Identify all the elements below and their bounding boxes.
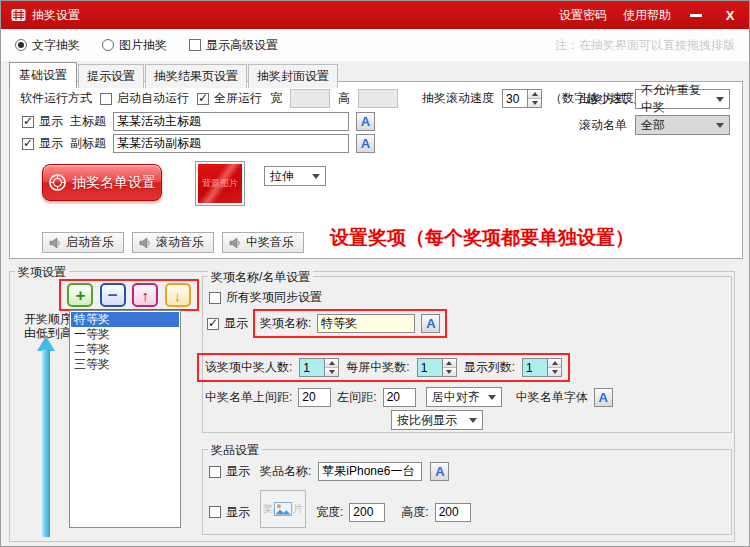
align-select[interactable]: 居中对齐 [426,387,502,407]
winner-list-font-button[interactable]: A [594,388,613,407]
checkbox-checked-icon[interactable] [207,318,219,330]
top-margin-input[interactable] [298,388,331,407]
checkbox-icon[interactable] [100,93,112,105]
show-prize-name-checkbox[interactable]: 显示 [207,315,248,332]
ratio-display-select[interactable]: 按比例显示 [391,410,483,430]
add-prize-button[interactable]: + [67,283,93,307]
sub-title-input[interactable] [113,134,349,153]
lottery-list-settings-button[interactable]: 抽奖名单设置 [42,164,162,201]
scroll-music-button[interactable]: 滚动音乐 [132,232,214,253]
per-screen-input[interactable] [418,359,442,376]
scroll-list-value: 全部 [641,117,665,134]
show-item-image-checkbox[interactable]: 显示 [209,504,250,521]
checkbox-checked-icon[interactable] [22,138,34,150]
winning-music-button[interactable]: 中奖音乐 [222,232,304,253]
tab-result-page-settings[interactable]: 抽奖结果页设置 [145,64,247,88]
prize-list-item[interactable]: 三等奖 [71,357,179,372]
spinner-arrows-icon[interactable] [547,359,561,376]
startup-music-button[interactable]: 启动音乐 [42,232,124,253]
item-image-button[interactable]: 奖品图片 [260,490,306,528]
sub-title-font-button[interactable]: A [356,134,375,153]
winners-count-input[interactable] [300,359,324,376]
tab-cover-settings[interactable]: 抽奖封面设置 [248,64,338,88]
startup-music-label: 启动音乐 [66,234,114,251]
close-button[interactable]: X [721,8,739,23]
draw-order-line1: 开奖顺序 [20,312,76,326]
item-width-input[interactable] [349,503,385,522]
lottery-list-settings-label: 抽奖名单设置 [72,174,156,192]
tab-basic-settings[interactable]: 基础设置 [9,62,77,88]
prize-name-label: 奖项名称: [260,315,311,332]
move-down-button[interactable]: ↓ [165,283,191,307]
scroll-list-select[interactable]: 全部 [635,115,730,135]
fullscreen-checkbox[interactable]: 全屏运行 [197,90,262,107]
set-password-button[interactable]: 设置密码 [559,7,607,24]
help-button[interactable]: 使用帮助 [623,7,671,24]
item-name-font-button[interactable]: A [430,462,449,481]
title-bar-actions: 设置密码 使用帮助 X [559,7,739,24]
tab-prompt-settings[interactable]: 提示设置 [78,64,144,88]
align-value: 居中对齐 [432,389,480,406]
checkbox-checked-icon[interactable] [197,93,209,105]
radio-selected-icon[interactable] [15,39,27,51]
text-lottery-label: 文字抽奖 [32,37,80,54]
item-height-input[interactable] [435,503,471,522]
prize-mode-select[interactable]: 不允许重复中奖 [635,89,730,109]
columns-spinner[interactable] [522,358,562,377]
app-logo-icon [11,8,26,22]
spinner-arrows-icon[interactable] [442,359,456,376]
winners-count-spinner[interactable] [299,358,339,377]
show-main-title-checkbox[interactable]: 显示 [22,113,63,130]
sub-title-label: 副标题 [70,135,106,152]
sync-settings-row: 所有奖项同步设置 [209,289,322,306]
scroll-speed-spinner[interactable] [502,89,542,108]
checkbox-icon[interactable] [209,466,221,478]
prize-mode-row: 出奖方式 不允许重复中奖 [579,89,730,109]
item-name-input[interactable] [318,462,422,481]
mode-toolbar: 文字抽奖 图片抽奖 显示高级设置 注：在抽奖界面可以直接拖拽排版 [1,29,749,61]
checkbox-checked-icon[interactable] [22,116,34,128]
prize-name-highlight-box: 奖项名称: A [253,309,447,338]
prize-list-item[interactable]: 二等奖 [71,342,179,357]
winner-counts-highlight-box: 该奖项中奖人数: 每屏中奖数: 显示列数: [197,353,570,382]
minimize-button[interactable] [687,14,705,17]
scroll-speed-input[interactable] [503,90,527,107]
prize-list-item[interactable]: 一等奖 [71,327,179,342]
main-title-label: 主标题 [70,113,106,130]
prize-list-toolbar: + − ↑ ↓ [59,279,199,311]
prize-name-settings-group: 奖项名称/名单设置 所有奖项同步设置 显示 奖项名称: A [202,276,732,433]
checkbox-icon[interactable] [209,292,221,304]
spinner-arrows-icon[interactable] [527,90,541,107]
prize-list-item[interactable]: 特等奖 [71,312,179,327]
radio-icon[interactable] [102,39,114,51]
advanced-settings-checkbox[interactable]: 显示高级设置 [189,37,278,54]
left-margin-label: 左间距: [337,389,376,406]
width-input[interactable] [290,89,330,108]
remove-prize-button[interactable]: − [100,283,126,307]
picture-icon [274,502,292,516]
left-margin-input[interactable] [383,388,416,407]
prize-mode-label: 出奖方式 [579,91,627,108]
show-label: 显示 [39,113,63,130]
prize-name-font-button[interactable]: A [421,314,440,333]
stretch-mode-select[interactable]: 拉伸 [264,166,326,186]
spinner-arrows-icon[interactable] [324,359,338,376]
background-image-preview[interactable]: 背景图片 [195,161,245,206]
chevron-down-icon [716,123,724,128]
checkbox-icon[interactable] [209,506,221,518]
show-sub-title-checkbox[interactable]: 显示 [22,135,63,152]
show-item-name-checkbox[interactable]: 显示 [209,463,250,480]
main-title-input[interactable] [113,112,349,131]
move-up-button[interactable]: ↑ [132,283,158,307]
prize-name-input[interactable] [317,314,415,333]
sync-all-prizes-checkbox[interactable]: 所有奖项同步设置 [209,289,322,306]
text-lottery-radio[interactable]: 文字抽奖 [15,37,80,54]
per-screen-spinner[interactable] [417,358,457,377]
checkbox-icon[interactable] [189,39,201,51]
columns-input[interactable] [523,359,547,376]
autorun-checkbox[interactable]: 启动自动运行 [100,90,189,107]
image-lottery-radio[interactable]: 图片抽奖 [102,37,167,54]
main-title-font-button[interactable]: A [356,112,375,131]
prize-listbox[interactable]: 特等奖 一等奖 二等奖 三等奖 [69,310,181,528]
height-input[interactable] [358,89,398,108]
